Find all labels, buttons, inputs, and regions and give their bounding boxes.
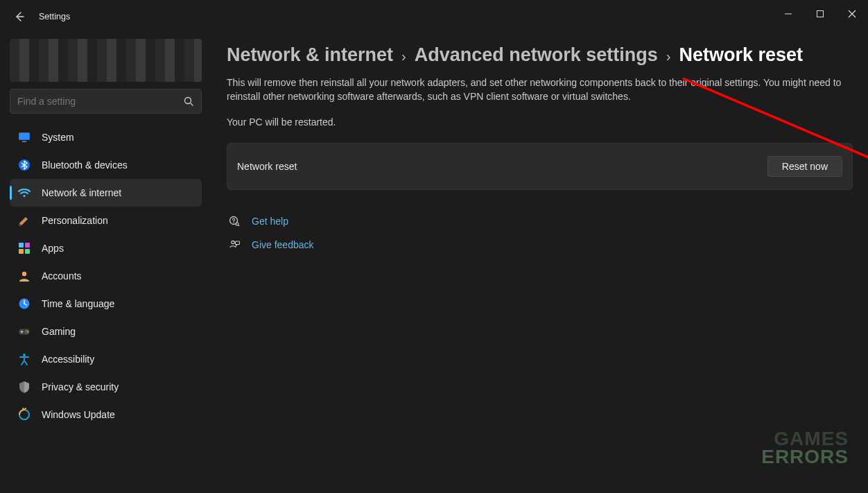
sidebar-item-label: Accounts	[42, 270, 196, 282]
svg-point-16	[26, 330, 28, 331]
svg-rect-8	[25, 243, 30, 248]
svg-rect-24	[236, 241, 240, 245]
search-box[interactable]	[10, 89, 202, 114]
sidebar-item-apps[interactable]: Apps	[10, 234, 202, 262]
bluetooth-icon	[17, 157, 32, 173]
minimize-icon	[784, 10, 792, 18]
privacy-icon	[17, 379, 32, 395]
time-icon	[17, 296, 32, 311]
chevron-right-icon: ›	[662, 49, 675, 64]
sidebar-item-label: Personalization	[42, 215, 196, 226]
nav-list: System Bluetooth & devices Network & int…	[6, 123, 206, 429]
sidebar-item-accessibility[interactable]: Accessibility	[10, 345, 202, 373]
sidebar-item-gaming[interactable]: Gaming	[10, 318, 202, 345]
user-profile[interactable]	[10, 39, 202, 82]
give-feedback-link[interactable]: Give feedback	[252, 239, 314, 250]
card-title: Network reset	[237, 161, 767, 172]
sidebar-item-label: Bluetooth & devices	[42, 159, 196, 171]
feedback-icon	[227, 237, 242, 252]
personalization-icon	[17, 213, 32, 228]
give-feedback-row: Give feedback	[227, 233, 853, 257]
sidebar-item-personalization[interactable]: Personalization	[10, 207, 202, 234]
sidebar-item-label: Gaming	[42, 326, 196, 337]
back-button[interactable]	[8, 6, 31, 28]
gaming-icon	[17, 324, 32, 339]
help-icon	[227, 214, 242, 229]
sidebar-item-windows-update[interactable]: Windows Update	[10, 401, 202, 429]
svg-point-22	[236, 223, 238, 225]
svg-point-18	[23, 354, 26, 356]
get-help-row: Get help	[227, 209, 853, 233]
maximize-button[interactable]	[804, 3, 836, 25]
reset-now-button[interactable]: Reset now	[767, 156, 842, 177]
watermark-line1: GAMES	[761, 430, 849, 449]
svg-point-1	[185, 98, 191, 104]
titlebar: Settings	[0, 0, 868, 33]
settings-window: Settings	[0, 0, 868, 493]
svg-point-6	[23, 195, 25, 197]
svg-rect-9	[19, 249, 24, 254]
sidebar-item-label: Apps	[42, 243, 196, 254]
maximize-icon	[816, 10, 824, 18]
back-arrow-icon	[14, 11, 25, 22]
sidebar: System Bluetooth & devices Network & int…	[0, 33, 211, 493]
search-input[interactable]	[17, 96, 183, 107]
sidebar-item-privacy[interactable]: Privacy & security	[10, 373, 202, 401]
sidebar-item-accounts[interactable]: Accounts	[10, 262, 202, 290]
sidebar-item-network[interactable]: Network & internet	[10, 179, 202, 207]
sidebar-item-system[interactable]: System	[10, 123, 202, 151]
svg-rect-3	[19, 133, 29, 139]
help-links: Get help Give feedback	[227, 209, 853, 257]
sidebar-item-label: Time & language	[42, 298, 196, 309]
breadcrumb-network-internet[interactable]: Network & internet	[227, 44, 393, 66]
svg-point-17	[27, 331, 28, 333]
wifi-icon	[17, 185, 32, 200]
watermark: GAMES ERRORS	[761, 430, 849, 467]
get-help-link[interactable]: Get help	[252, 216, 288, 227]
page-title: Network reset	[679, 44, 803, 66]
restart-note: Your PC will be restarted.	[227, 116, 853, 128]
svg-point-21	[233, 222, 234, 223]
update-icon	[17, 407, 32, 422]
description-text: This will remove then reinstall all your…	[227, 76, 851, 104]
svg-rect-10	[25, 249, 30, 254]
svg-rect-7	[19, 243, 24, 248]
sidebar-item-label: Windows Update	[42, 409, 196, 420]
minimize-button[interactable]	[772, 3, 804, 25]
breadcrumb-advanced-network-settings[interactable]: Advanced network settings	[415, 44, 658, 66]
accessibility-icon	[17, 352, 32, 367]
svg-point-23	[232, 241, 234, 243]
sidebar-item-label: Accessibility	[42, 354, 196, 365]
sidebar-item-label: Privacy & security	[42, 381, 196, 392]
close-icon	[848, 10, 856, 18]
chevron-right-icon: ›	[397, 49, 410, 64]
sidebar-item-label: System	[42, 132, 196, 143]
sidebar-item-time-language[interactable]: Time & language	[10, 290, 202, 318]
close-button[interactable]	[836, 3, 868, 25]
network-reset-card: Network reset Reset now	[227, 143, 853, 190]
breadcrumb: Network & internet › Advanced network se…	[227, 44, 853, 66]
sidebar-item-bluetooth[interactable]: Bluetooth & devices	[10, 151, 202, 179]
apps-icon	[17, 241, 32, 256]
search-icon	[183, 96, 194, 107]
svg-point-11	[22, 272, 26, 276]
accounts-icon	[17, 268, 32, 284]
sidebar-item-label: Network & internet	[42, 187, 196, 198]
watermark-line2: ERRORS	[761, 448, 849, 467]
svg-rect-4	[22, 141, 26, 143]
svg-rect-0	[817, 11, 824, 17]
main-content: Network & internet › Advanced network se…	[211, 33, 868, 493]
window-controls	[772, 0, 868, 28]
system-icon	[17, 130, 32, 145]
app-title: Settings	[39, 12, 70, 21]
